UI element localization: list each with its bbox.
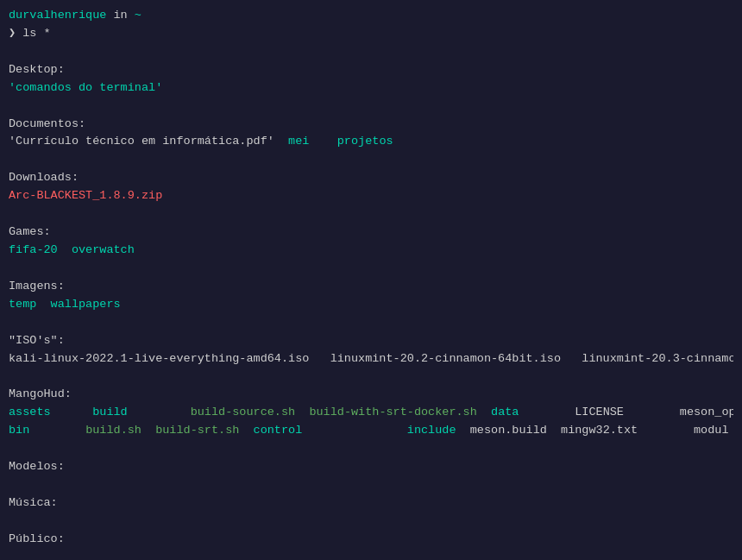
desktop-items: 'comandos do terminal' xyxy=(9,79,733,98)
section-downloads: Downloads: xyxy=(9,169,733,187)
section-games: Games: xyxy=(9,223,733,242)
blank-line xyxy=(9,151,733,169)
section-desktop: Desktop: xyxy=(9,61,733,79)
section-publico: Público: xyxy=(9,531,733,549)
section-documentos: Documentos: xyxy=(9,116,733,134)
section-musica: Música: xyxy=(9,494,733,513)
blank-line xyxy=(9,440,733,458)
mangohud-row2: bin build.sh build-srt.sh control includ… xyxy=(9,422,733,440)
blank-line xyxy=(9,314,733,332)
documentos-items: 'Currículo técnico em informática.pdf' m… xyxy=(9,133,733,151)
blank-line xyxy=(9,205,733,223)
blank-line xyxy=(9,368,733,386)
prompt-line: durvalhenrique in ~ xyxy=(9,7,733,25)
terminal-window: durvalhenrique in ~ ❯ ls * Desktop: 'com… xyxy=(9,7,733,560)
blank-line xyxy=(9,513,733,531)
blank-line xyxy=(9,260,733,278)
downloads-items: Arc-BLACKEST_1.8.9.zip xyxy=(9,187,733,205)
games-items: fifa-20 overwatch xyxy=(9,242,733,260)
prompt-user: durvalhenrique xyxy=(9,9,106,22)
section-modelos: Modelos: xyxy=(9,458,733,476)
prompt-in: in xyxy=(106,9,134,22)
blank-line xyxy=(9,549,733,560)
imagens-items: temp wallpapers xyxy=(9,296,733,314)
mangohud-row1: assets build build-source.sh build-with-… xyxy=(9,404,733,422)
cmd-line: ❯ ls * xyxy=(9,25,733,43)
prompt-arrow: ❯ xyxy=(9,27,22,40)
blank-line xyxy=(9,43,733,61)
section-imagens: Imagens: xyxy=(9,278,733,296)
cmd-text: ls * xyxy=(22,27,50,40)
prompt-tilde: ~ xyxy=(135,9,141,22)
section-mangohud: MangoHud: xyxy=(9,386,733,404)
isos-items: kali-linux-2022.1-live-everything-amd64.… xyxy=(9,350,733,368)
blank-line xyxy=(9,98,733,116)
section-isos: "ISO's": xyxy=(9,332,733,350)
blank-line xyxy=(9,476,733,494)
